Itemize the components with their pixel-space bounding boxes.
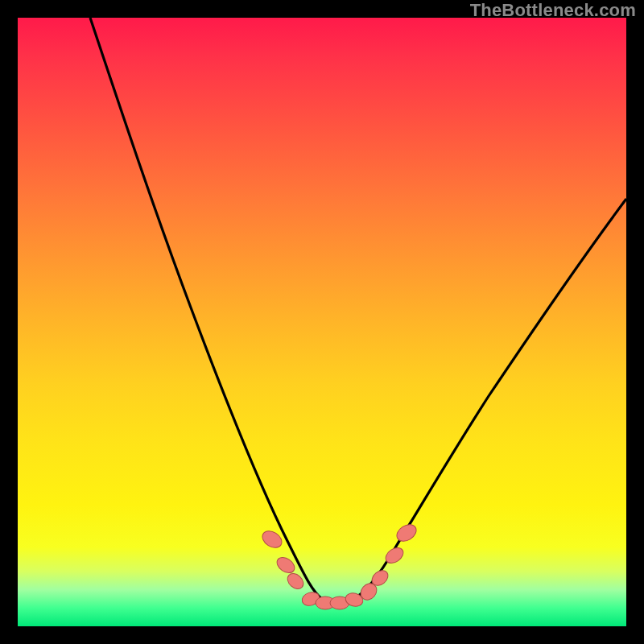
bottleneck-curve-svg xyxy=(18,18,626,626)
curve-marker xyxy=(394,521,419,544)
bottleneck-curve-path xyxy=(90,18,626,604)
chart-frame: TheBottleneck.com xyxy=(0,0,644,644)
watermark-text: TheBottleneck.com xyxy=(470,0,636,21)
chart-plot-area xyxy=(18,18,626,626)
curve-marker xyxy=(275,555,298,576)
curve-marker xyxy=(259,527,285,551)
